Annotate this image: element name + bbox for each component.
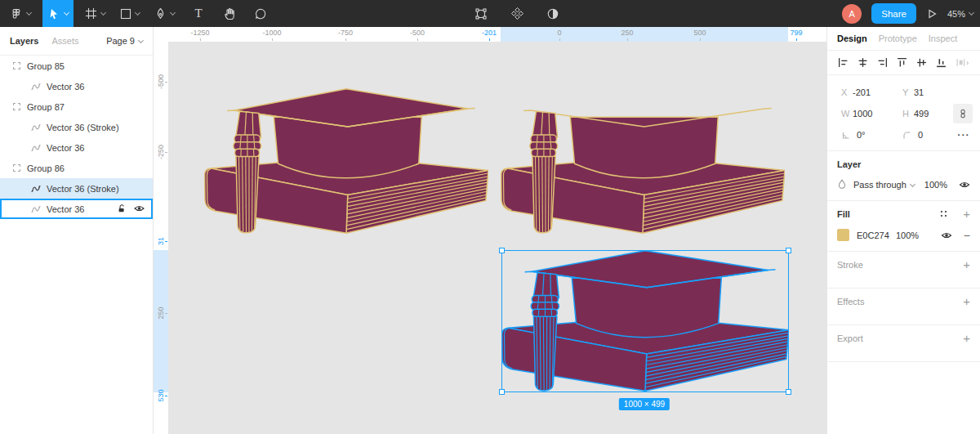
align-vertical-center-button[interactable] [916,57,927,68]
fill-opacity-input[interactable]: 100% [896,230,919,240]
horizontal-ruler[interactable]: -1250-1000-750-500-2010250500799 [154,27,826,42]
blend-mode-select[interactable]: Pass through [853,180,906,190]
eye-icon[interactable] [959,180,970,190]
tab-layers[interactable]: Layers [10,36,38,46]
vector-icon [31,123,41,132]
group-icon [11,103,21,110]
add-export-button[interactable]: + [963,332,970,344]
group-icon [11,62,21,69]
transform-section: X -201 Y 31 W 1000 H 499 0 [827,75,980,151]
fill-hex-input[interactable]: E0C274 [857,230,896,240]
lock-open-icon[interactable] [117,204,127,215]
height-input[interactable]: 499 [914,109,950,119]
artwork-graduation-book-2[interactable] [501,88,785,235]
selection-handle-top-right[interactable] [786,248,791,253]
layer-row-vector-36-hovered[interactable]: Vector 36 [0,199,153,219]
selection-handle-bottom-left[interactable] [499,389,505,395]
shape-tool-button[interactable] [115,0,145,27]
width-label: W [841,109,853,119]
tab-prototype[interactable]: Prototype [879,34,917,43]
layer-section-title: Layer [837,159,970,169]
main-menu-button[interactable] [0,0,36,27]
comment-tool-button[interactable] [247,0,274,27]
remove-fill-button[interactable]: − [964,230,970,241]
tab-assets[interactable]: Assets [51,36,78,46]
distribute-button[interactable] [956,57,969,68]
zoom-menu[interactable]: 45% [947,9,973,19]
effects-section-title: Effects [837,297,970,306]
layer-label: Vector 36 [47,143,84,153]
edit-object-button[interactable] [467,0,495,27]
chevron-down-icon [170,9,176,15]
align-top-button[interactable] [897,57,907,68]
text-tool-button[interactable]: T [185,0,212,27]
selection-bounding-box[interactable] [501,250,789,392]
ruler-tick-label: -500 [410,29,425,37]
layer-opacity-input[interactable]: 100% [924,180,947,190]
align-bottom-button[interactable] [936,57,947,68]
constrain-proportions-toggle[interactable] [953,104,973,123]
tab-design[interactable]: Design [837,34,867,43]
layer-row-group-86[interactable]: Group 86 [0,158,153,178]
tab-inspect[interactable]: Inspect [929,34,957,43]
edit-object-icon [474,7,488,20]
more-options-button[interactable]: ··· [958,130,971,140]
corner-radius-input[interactable]: 0 [918,130,954,140]
add-fill-button[interactable]: + [963,208,970,220]
avatar[interactable]: A [842,4,862,24]
fill-row: E0C274 100% − [837,229,970,241]
layer-row-vector-36-stroke[interactable]: Vector 36 (Stroke) [0,117,153,137]
height-label: H [902,109,914,119]
pen-tool-button[interactable] [149,0,180,27]
x-input[interactable]: -201 [853,87,889,97]
move-cursor-icon [47,7,60,20]
move-tool-button[interactable] [42,0,74,27]
width-input[interactable]: 1000 [853,109,889,119]
layer-label: Group 86 [27,163,65,173]
ruler-tick-label: -1000 [262,29,281,37]
rotation-input[interactable]: 0° [857,130,891,140]
frame-tool-button[interactable] [80,0,110,27]
effects-section: Effects + [827,289,980,325]
mask-button[interactable] [539,0,567,27]
layer-row-vector-36[interactable]: Vector 36 [0,76,153,96]
y-input[interactable]: 31 [914,87,950,97]
canvas[interactable]: 1000 × 499 -1250-1000-750-500-2010250500… [154,27,826,434]
layer-row-group-87[interactable]: Group 87 [0,96,153,117]
layer-row-group-85[interactable]: Group 85 [0,56,153,76]
vertical-ruler[interactable]: -500-25031250530 [154,27,168,434]
add-stroke-button[interactable]: + [963,258,970,271]
share-button[interactable]: Share [871,3,916,24]
artwork-graduation-book-1[interactable] [204,88,488,235]
fill-color-swatch[interactable] [837,229,849,241]
ruler-tick-label: 250 [157,306,165,319]
align-left-button[interactable] [838,57,849,68]
figma-app: T [0,0,980,434]
ruler-tick-label: 31 [157,237,165,245]
selection-handle-top-left[interactable] [499,248,505,253]
hand-tool-icon [223,7,236,20]
styles-icon[interactable] [939,209,948,218]
selection-handle-bottom-right[interactable] [786,389,791,395]
ruler-selection-range [501,27,788,42]
ruler-tick-label: 799 [790,29,802,37]
add-effect-button[interactable]: + [963,295,970,307]
x-label: X [841,87,853,97]
export-section-title: Export [837,333,970,343]
hand-tool-button[interactable] [216,0,243,27]
mask-icon [546,7,559,20]
page-selector-label: Page 9 [106,36,135,46]
boolean-operations-button[interactable] [503,0,531,27]
eye-icon[interactable] [134,204,145,215]
present-button[interactable] [926,8,938,20]
layer-row-vector-36[interactable]: Vector 36 [0,137,153,158]
layer-row-vector-36-stroke-selected[interactable]: Vector 36 (Stroke) [0,178,153,199]
layer-label: Group 85 [27,61,65,71]
align-horizontal-center-button[interactable] [858,57,868,68]
align-right-button[interactable] [877,57,888,68]
fill-section: Fill + E0C274 100% − [827,201,980,252]
boolean-operations-icon [510,7,524,20]
page-selector[interactable]: Page 9 [106,36,143,46]
chevron-down-icon [910,181,915,187]
eye-icon[interactable] [941,230,952,240]
